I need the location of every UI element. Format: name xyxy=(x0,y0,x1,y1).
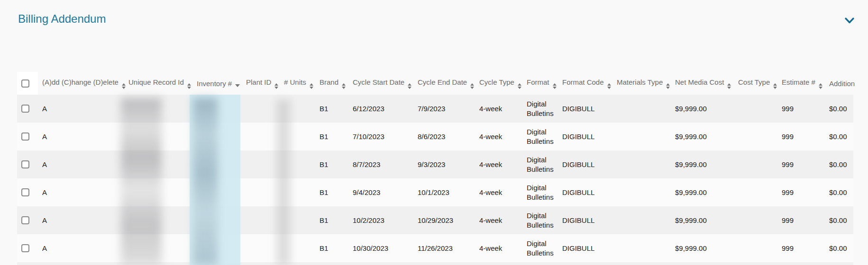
cell-cost_type xyxy=(734,123,777,150)
column-header-estimate[interactable]: Estimate # xyxy=(777,72,825,95)
cell-format_code: DIGIBULL xyxy=(558,206,612,234)
cell-cost_type xyxy=(734,206,777,234)
column-header-format[interactable]: Format xyxy=(522,72,558,95)
cell-plant_id xyxy=(242,123,280,150)
cell-units xyxy=(280,150,315,178)
sort-descending-icon xyxy=(235,84,240,87)
column-header-acd[interactable]: (A)dd (C)hange (D)elete xyxy=(38,72,121,95)
cell-cycle_end: 7/9/2023 xyxy=(413,95,475,123)
column-header-label: Estimate # xyxy=(782,78,815,86)
cell-format_code: DIGIBULL xyxy=(558,234,612,262)
column-header-label: Net Media Cost xyxy=(675,78,724,86)
cell-cycle_type: 4-week xyxy=(475,178,522,206)
cell-acd: A xyxy=(38,95,121,123)
select-all-checkbox[interactable] xyxy=(21,80,29,88)
cell-cycle_start: 10/30/2023 xyxy=(348,234,413,262)
cell-acd: A xyxy=(38,234,121,262)
row-select-checkbox[interactable] xyxy=(21,216,29,224)
cell-cycle_type: 4-week xyxy=(475,234,522,262)
cell-units xyxy=(280,123,315,150)
cell-materials_type xyxy=(612,95,671,123)
cell-materials_type xyxy=(612,123,671,150)
column-header-label: Plant ID xyxy=(246,78,271,86)
cell-inventory xyxy=(190,150,242,178)
cell-plant_id xyxy=(242,178,280,206)
cell-addition: $0.00 xyxy=(825,95,853,123)
column-header-unique_record_id[interactable]: Unique Record Id xyxy=(121,72,190,95)
table-row: AB18/7/20239/3/20234-weekDigital Bulleti… xyxy=(17,150,853,178)
row-select-checkbox[interactable] xyxy=(21,244,29,252)
cell-plant_id xyxy=(242,150,280,178)
cell-acd: A xyxy=(38,178,121,206)
cell-cycle_end: 9/3/2023 xyxy=(413,150,475,178)
sort-icon xyxy=(518,83,521,89)
column-header-cycle_type[interactable]: Cycle Type xyxy=(475,72,522,95)
cell-cycle_end: 10/29/2023 xyxy=(413,206,475,234)
column-header-label: Inventory # xyxy=(197,80,232,88)
sort-icon xyxy=(727,83,731,89)
cell-cost_type xyxy=(734,150,777,178)
sort-icon xyxy=(342,83,346,89)
cell-net_media_cost: $9,999.00 xyxy=(671,178,734,206)
row-select-checkbox[interactable] xyxy=(21,132,29,141)
cell-unique_record_id xyxy=(121,234,190,262)
cell-inventory xyxy=(190,123,242,150)
column-header-plant_id[interactable]: Plant ID xyxy=(242,72,280,95)
sort-icon xyxy=(819,83,822,89)
cell-cycle_type: 4-week xyxy=(475,95,522,123)
cell-inventory xyxy=(190,234,242,262)
cell-estimate: 999 xyxy=(777,95,825,123)
row-select-checkbox[interactable] xyxy=(21,160,29,168)
cell-brand: B1 xyxy=(315,178,348,206)
column-header-net_media_cost[interactable]: Net Media Cost xyxy=(671,72,734,95)
cell-format: Digital Bulletins xyxy=(522,150,558,178)
column-header-label: Cycle Type xyxy=(479,78,514,86)
column-header-cost_type[interactable]: Cost Type xyxy=(734,72,777,95)
panel-collapse-button[interactable] xyxy=(844,17,855,26)
column-header-label: Materials Type xyxy=(617,78,663,86)
cell-format: Digital Bulletins xyxy=(522,206,558,234)
column-header-format_code[interactable]: Format Code xyxy=(558,72,612,95)
column-header-inventory[interactable]: Inventory # xyxy=(190,72,242,95)
cell-cycle_type: 4-week xyxy=(475,123,522,150)
column-header-units[interactable]: # Units xyxy=(280,72,315,95)
cell-net_media_cost: $9,999.00 xyxy=(671,150,734,178)
cell-addition: $0.00 xyxy=(825,150,853,178)
cell-estimate: 999 xyxy=(777,150,825,178)
table-row: AB19/4/202310/1/20234-weekDigital Bullet… xyxy=(17,178,853,206)
column-header-brand[interactable]: Brand xyxy=(315,72,348,95)
table-row: AB110/2/202310/29/20234-weekDigital Bull… xyxy=(17,206,853,234)
column-header-materials_type[interactable]: Materials Type xyxy=(612,72,671,95)
cell-cycle_start: 9/4/2023 xyxy=(348,178,413,206)
cell-net_media_cost: $9,999.00 xyxy=(671,95,734,123)
cell-estimate: 999 xyxy=(777,178,825,206)
cell-brand: B1 xyxy=(315,150,348,178)
sort-icon xyxy=(310,83,313,89)
column-header-label: Cycle Start Date xyxy=(353,78,404,86)
cell-plant_id xyxy=(242,95,280,123)
cell-cycle_start: 7/10/2023 xyxy=(348,123,413,150)
billing-table-container: (A)dd (C)hange (D)eleteUnique Record IdI… xyxy=(17,72,853,265)
cell-format_code: DIGIBULL xyxy=(558,123,612,150)
cell-estimate: 999 xyxy=(777,234,825,262)
row-select-checkbox[interactable] xyxy=(21,105,29,113)
row-select-checkbox[interactable] xyxy=(21,188,29,196)
column-header-cycle_end[interactable]: Cycle End Date xyxy=(413,72,475,95)
cell-units xyxy=(280,234,315,262)
cell-net_media_cost: $9,999.00 xyxy=(671,234,734,262)
cell-units xyxy=(280,206,315,234)
sort-icon xyxy=(122,83,126,89)
cell-cost_type xyxy=(734,234,777,262)
cell-brand: B1 xyxy=(315,95,348,123)
table-row: AB16/12/20237/9/20234-weekDigital Bullet… xyxy=(17,95,853,123)
billing-addendum-table: (A)dd (C)hange (D)eleteUnique Record IdI… xyxy=(17,72,853,262)
column-header-label: Unique Record Id xyxy=(128,78,184,86)
sort-icon xyxy=(666,83,670,89)
cell-cycle_type: 4-week xyxy=(475,150,522,178)
cell-unique_record_id xyxy=(121,178,190,206)
column-header-cycle_start[interactable]: Cycle Start Date xyxy=(348,72,413,95)
cell-cycle_end: 8/6/2023 xyxy=(413,123,475,150)
cell-select xyxy=(17,178,38,206)
column-header-label: Addition xyxy=(829,80,855,88)
cell-select xyxy=(17,123,38,150)
